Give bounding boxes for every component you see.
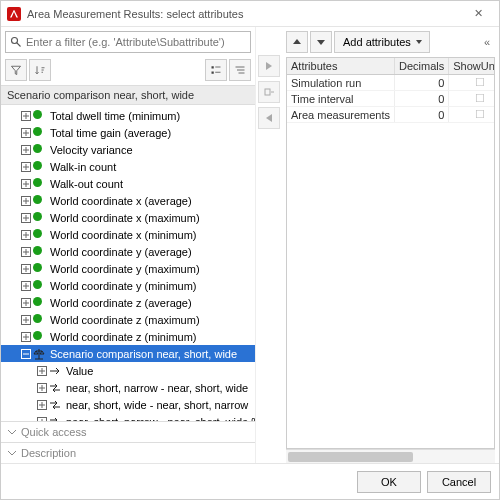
- tree-node[interactable]: World coordinate x (maximum): [1, 209, 255, 226]
- tree-node-label: Walk-out count: [48, 178, 125, 190]
- group-header: Scenario comparison near, short, wide: [1, 85, 255, 105]
- collapse-panel-icon[interactable]: «: [479, 36, 495, 48]
- tree-node[interactable]: near, short, narrow - near, short, wide: [1, 379, 255, 396]
- tree-node-label: Value: [64, 365, 95, 377]
- tree-node-label: World coordinate y (minimum): [48, 280, 199, 292]
- tree-node[interactable]: World coordinate x (average): [1, 192, 255, 209]
- tree-node-label: near, short, narrow - near, short, wide: [64, 382, 250, 394]
- move-right-button[interactable]: [258, 55, 280, 77]
- tree-node-label: World coordinate y (maximum): [48, 263, 202, 275]
- filter-input-wrap[interactable]: [5, 31, 251, 53]
- column-header[interactable]: Attributes: [287, 58, 395, 75]
- table-row[interactable]: Simulation run0☐LeftD: [287, 75, 495, 91]
- tree-node-label: World coordinate z (average): [48, 297, 194, 309]
- tree-node[interactable]: World coordinate y (average): [1, 243, 255, 260]
- filter-input[interactable]: [26, 36, 246, 48]
- tree-node[interactable]: Value: [1, 362, 255, 379]
- table-row[interactable]: Time interval0☐LeftD: [287, 91, 495, 107]
- add-attributes-button[interactable]: Add attributes: [334, 31, 430, 53]
- sort-button[interactable]: [29, 59, 51, 81]
- svg-line-1: [17, 43, 21, 47]
- tree-node[interactable]: Walk-out count: [1, 175, 255, 192]
- move-selected-button[interactable]: [258, 81, 280, 103]
- move-up-button[interactable]: [286, 31, 308, 53]
- tree-node[interactable]: World coordinate y (maximum): [1, 260, 255, 277]
- tree-node-label: World coordinate x (maximum): [48, 212, 202, 224]
- description-section[interactable]: Description: [1, 442, 255, 463]
- search-icon: [10, 36, 22, 48]
- view-tree-button[interactable]: [229, 59, 251, 81]
- tree-node-label: near, short, wide - near, short, narrow: [64, 399, 250, 411]
- tree-node[interactable]: World coordinate x (minimum): [1, 226, 255, 243]
- tree-node-label: Velocity variance: [48, 144, 135, 156]
- tree-node-label: Walk-in count: [48, 161, 118, 173]
- column-header[interactable]: ShowUnits: [449, 58, 495, 75]
- tree-node[interactable]: World coordinate z (average): [1, 294, 255, 311]
- quick-access-label: Quick access: [21, 426, 86, 438]
- selected-attributes-table[interactable]: AttributesDecimalsShowUnitsAlignmentFoSi…: [286, 57, 495, 449]
- tree-node-label: World coordinate y (average): [48, 246, 194, 258]
- tree-node-label: World coordinate x (minimum): [48, 229, 199, 241]
- view-list-button[interactable]: [205, 59, 227, 81]
- tree-node-label: World coordinate z (maximum): [48, 314, 202, 326]
- tree-node[interactable]: Total time gain (average): [1, 124, 255, 141]
- chevron-down-icon: [7, 448, 17, 458]
- tree-node[interactable]: World coordinate z (maximum): [1, 311, 255, 328]
- tree-node-label: Total time gain (average): [48, 127, 173, 139]
- cancel-button[interactable]: Cancel: [427, 471, 491, 493]
- chevron-down-icon: [7, 427, 17, 437]
- caret-down-icon: [415, 38, 423, 46]
- tree-node-label: World coordinate z (minimum): [48, 331, 199, 343]
- tree-node[interactable]: near, short, wide - near, short, narrow: [1, 396, 255, 413]
- svg-rect-80: [265, 89, 270, 95]
- tree-node[interactable]: World coordinate y (minimum): [1, 277, 255, 294]
- move-left-button[interactable]: [258, 107, 280, 129]
- quick-access-section[interactable]: Quick access: [1, 421, 255, 442]
- tree-node-label: Scenario comparison near, short, wide: [48, 348, 239, 360]
- svg-rect-2: [212, 66, 214, 68]
- window-title: Area Measurement Results: select attribu…: [27, 8, 463, 20]
- attribute-tree[interactable]: Total dwell time (minimum)Total time gai…: [1, 105, 255, 421]
- svg-rect-3: [212, 72, 214, 74]
- svg-point-0: [12, 38, 18, 44]
- close-icon[interactable]: ✕: [463, 7, 493, 20]
- column-header[interactable]: Decimals: [395, 58, 449, 75]
- tree-node[interactable]: Scenario comparison near, short, wide: [1, 345, 255, 362]
- move-down-button[interactable]: [310, 31, 332, 53]
- horizontal-scrollbar[interactable]: [286, 449, 495, 463]
- ok-button[interactable]: OK: [357, 471, 421, 493]
- tree-node[interactable]: Walk-in count: [1, 158, 255, 175]
- app-logo: [7, 7, 21, 21]
- description-label: Description: [21, 447, 76, 459]
- tree-node-label: Total dwell time (minimum): [48, 110, 182, 122]
- filter-toggle-button[interactable]: [5, 59, 27, 81]
- add-attributes-label: Add attributes: [343, 36, 411, 48]
- tree-node[interactable]: Total dwell time (minimum): [1, 107, 255, 124]
- tree-node[interactable]: World coordinate z (minimum): [1, 328, 255, 345]
- tree-node-label: World coordinate x (average): [48, 195, 194, 207]
- tree-node[interactable]: near, short, narrow - near, short, wide …: [1, 413, 255, 421]
- table-row[interactable]: Area measurements0☐LeftD: [287, 107, 495, 123]
- tree-node[interactable]: Velocity variance: [1, 141, 255, 158]
